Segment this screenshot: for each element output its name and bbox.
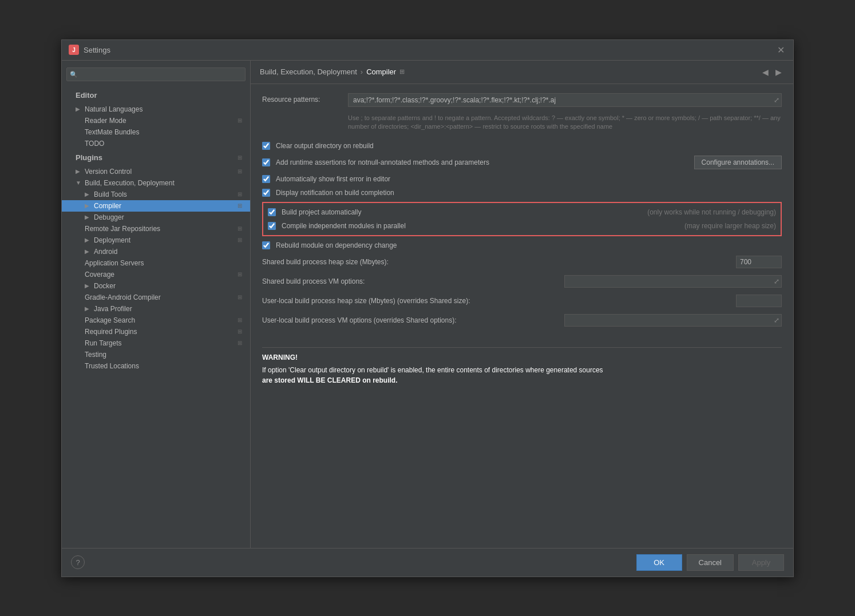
search-input[interactable] bbox=[66, 67, 246, 81]
sidebar-item-gradle-android[interactable]: Gradle-Android Compiler ⊞ bbox=[62, 292, 250, 303]
apply-button[interactable]: Apply bbox=[738, 554, 784, 571]
sidebar-item-build-execution[interactable]: ▼ Build, Execution, Deployment bbox=[62, 177, 250, 189]
back-button[interactable]: ◀ bbox=[760, 66, 771, 78]
user-heap-label: User-local build process heap size (Mbyt… bbox=[262, 297, 730, 305]
display-notification-checkbox[interactable] bbox=[262, 189, 270, 197]
search-box: 🔍 bbox=[66, 67, 246, 81]
ok-button[interactable]: OK bbox=[636, 554, 682, 571]
sidebar-item-editor[interactable]: Editor bbox=[62, 87, 250, 104]
title-bar-left: J Settings bbox=[69, 45, 110, 55]
highlighted-section: Build project automatically (only works … bbox=[262, 202, 782, 236]
sidebar-item-plugins[interactable]: Plugins ⊞ bbox=[62, 149, 250, 166]
sidebar-label-run-targets: Run Targets bbox=[85, 339, 121, 347]
page-icon: ⊞ bbox=[238, 117, 246, 124]
compile-parallel-checkbox[interactable] bbox=[268, 222, 276, 230]
user-vm-expand-icon[interactable]: ⤢ bbox=[774, 316, 779, 324]
cancel-button[interactable]: Cancel bbox=[687, 554, 734, 571]
sidebar-label-remote-jar: Remote Jar Repositories bbox=[85, 225, 160, 233]
chevron-icon: ▶ bbox=[85, 283, 93, 289]
resource-input-wrapper: ⤢ bbox=[348, 93, 782, 107]
user-heap-input[interactable] bbox=[736, 295, 782, 307]
sidebar-label-build-tools: Build Tools bbox=[94, 190, 127, 198]
resource-patterns-input[interactable] bbox=[348, 93, 782, 107]
expand-icon[interactable]: ⤢ bbox=[774, 96, 779, 104]
sidebar-label-natural-languages: Natural Languages bbox=[85, 105, 142, 113]
clear-output-checkbox[interactable] bbox=[262, 142, 270, 150]
ga-icon: ⊞ bbox=[238, 294, 246, 300]
add-runtime-row: Add runtime assertions for notnull-annot… bbox=[262, 153, 782, 172]
rebuild-label: Rebuild module on dependency change bbox=[276, 241, 782, 249]
build-auto-row: Build project automatically (only works … bbox=[268, 205, 776, 219]
sidebar-item-package-search[interactable]: Package Search ⊞ bbox=[62, 315, 250, 326]
sidebar-label-testing: Testing bbox=[85, 351, 106, 359]
sidebar-item-run-targets[interactable]: Run Targets ⊞ bbox=[62, 337, 250, 349]
chevron-icon: ▶ bbox=[76, 168, 84, 174]
sidebar-label-editor: Editor bbox=[71, 89, 102, 102]
cov-icon: ⊞ bbox=[238, 271, 246, 277]
chevron-icon: ▶ bbox=[85, 248, 93, 255]
ps-icon: ⊞ bbox=[238, 317, 246, 323]
sidebar-item-reader-mode[interactable]: Reader Mode ⊞ bbox=[62, 115, 250, 126]
shared-heap-row: Shared build process heap size (Mbytes): bbox=[262, 252, 782, 272]
sidebar-label-textmate-bundles: TextMate Bundles bbox=[85, 128, 139, 136]
sidebar-label-reader-mode: Reader Mode bbox=[85, 117, 126, 125]
auto-show-error-checkbox[interactable] bbox=[262, 175, 270, 183]
sidebar-item-textmate-bundles[interactable]: TextMate Bundles bbox=[62, 126, 250, 138]
clear-output-row: Clear output directory on rebuild bbox=[262, 139, 782, 153]
sidebar-item-natural-languages[interactable]: ▶ Natural Languages bbox=[62, 104, 250, 115]
configure-annotations-button[interactable]: Configure annotations... bbox=[694, 156, 782, 169]
app-icon: J bbox=[69, 45, 79, 55]
add-runtime-checkbox[interactable] bbox=[262, 158, 270, 166]
sidebar-label-gradle-android: Gradle-Android Compiler bbox=[85, 293, 161, 301]
dialog-title: Settings bbox=[84, 46, 110, 54]
sidebar-item-coverage[interactable]: Coverage ⊞ bbox=[62, 269, 250, 280]
sidebar-item-version-control[interactable]: ▶ Version Control ⊞ bbox=[62, 166, 250, 177]
sidebar-item-docker[interactable]: ▶ Docker bbox=[62, 280, 250, 292]
sidebar-item-required-plugins[interactable]: Required Plugins ⊞ bbox=[62, 326, 250, 337]
warning-section: WARNING! If option 'Clear output directo… bbox=[262, 347, 782, 391]
close-button[interactable]: ✕ bbox=[775, 44, 786, 55]
warning-bold: are stored WILL BE CLEARED on rebuild. bbox=[262, 376, 397, 384]
sidebar-label-build-execution: Build, Execution, Deployment bbox=[85, 179, 175, 187]
auto-show-error-label: Automatically show first error in editor bbox=[276, 175, 782, 183]
resource-patterns-label: Resource patterns: bbox=[262, 93, 342, 104]
chevron-icon: ▶ bbox=[85, 202, 93, 209]
sidebar-item-compiler[interactable]: ▶ Compiler ⊞ bbox=[62, 200, 250, 212]
main-content: 🔍 Editor ▶ Natural Languages Reader Mode… bbox=[62, 61, 793, 548]
sidebar-item-todo[interactable]: TODO bbox=[62, 138, 250, 149]
footer: ? OK Cancel Apply bbox=[62, 548, 793, 577]
sidebar-label-application-servers: Application Servers bbox=[85, 259, 144, 267]
sidebar-item-application-servers[interactable]: Application Servers bbox=[62, 257, 250, 269]
build-auto-checkbox[interactable] bbox=[268, 208, 276, 216]
rp-icon: ⊞ bbox=[238, 328, 246, 335]
sidebar-item-build-tools[interactable]: ▶ Build Tools ⊞ bbox=[62, 189, 250, 200]
help-button[interactable]: ? bbox=[71, 555, 85, 569]
chevron-icon: ▶ bbox=[85, 237, 93, 243]
user-vm-input[interactable] bbox=[564, 314, 782, 327]
breadcrumb-separator: › bbox=[361, 67, 363, 76]
shared-vm-row: Shared build process VM options: ⤢ bbox=[262, 272, 782, 291]
auto-show-error-row: Automatically show first error in editor bbox=[262, 172, 782, 186]
sidebar-item-testing[interactable]: Testing bbox=[62, 349, 250, 360]
chevron-icon: ▼ bbox=[76, 180, 84, 186]
sidebar: 🔍 Editor ▶ Natural Languages Reader Mode… bbox=[62, 61, 251, 548]
sidebar-item-android[interactable]: ▶ Android bbox=[62, 246, 250, 257]
breadcrumb-icon[interactable]: ⊞ bbox=[399, 68, 405, 75]
rj-icon: ⊞ bbox=[238, 225, 246, 232]
sidebar-label-docker: Docker bbox=[94, 282, 116, 290]
sidebar-label-required-plugins: Required Plugins bbox=[85, 328, 137, 336]
sidebar-label-debugger: Debugger bbox=[94, 213, 124, 221]
sidebar-item-java-profiler[interactable]: ▶ Java Profiler bbox=[62, 303, 250, 315]
sidebar-item-remote-jar[interactable]: Remote Jar Repositories ⊞ bbox=[62, 223, 250, 235]
rebuild-checkbox[interactable] bbox=[262, 241, 270, 249]
shared-heap-input[interactable] bbox=[736, 256, 782, 268]
sidebar-item-debugger[interactable]: ▶ Debugger bbox=[62, 212, 250, 223]
breadcrumb-current: Compiler bbox=[366, 67, 396, 76]
forward-button[interactable]: ▶ bbox=[773, 66, 784, 78]
sidebar-item-trusted-locations[interactable]: Trusted Locations bbox=[62, 360, 250, 372]
shared-vm-expand-icon[interactable]: ⤢ bbox=[774, 277, 779, 285]
shared-vm-input[interactable] bbox=[564, 275, 782, 288]
resource-patterns-row: Resource patterns: ⤢ bbox=[262, 93, 782, 107]
sidebar-label-coverage: Coverage bbox=[85, 271, 114, 279]
sidebar-item-deployment[interactable]: ▶ Deployment ⊞ bbox=[62, 235, 250, 246]
